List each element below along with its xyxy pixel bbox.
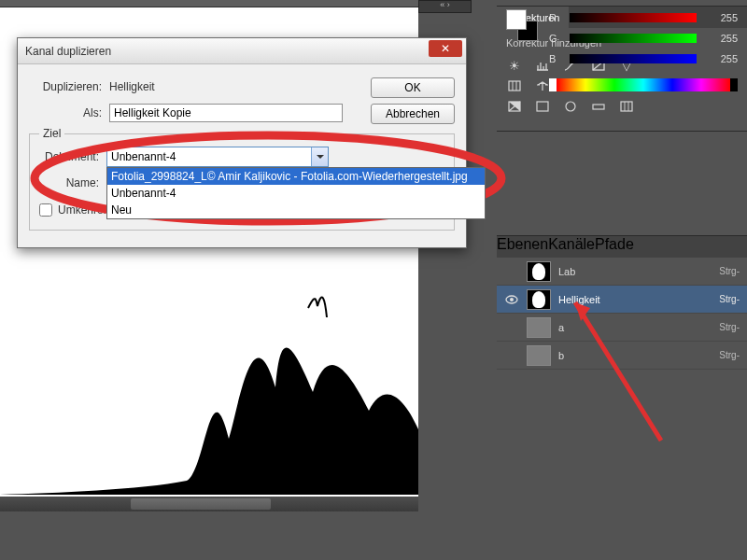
document-label: Dokument: (39, 150, 106, 163)
channel-name: a (558, 322, 712, 333)
channel-name: b (558, 350, 712, 361)
hue-strip[interactable] (549, 78, 738, 91)
visibility-icon[interactable] (504, 348, 519, 363)
threshold-icon[interactable] (562, 99, 579, 114)
r-slider[interactable] (570, 13, 697, 22)
tab-ebenen[interactable]: Ebenen (497, 236, 548, 258)
svg-rect-12 (537, 102, 548, 111)
dialog-title-text: Kanal duplizieren (25, 45, 111, 58)
ok-button[interactable]: OK (371, 77, 455, 98)
visibility-icon[interactable] (504, 292, 519, 307)
r-value[interactable]: 255 (706, 12, 738, 23)
channel-thumb (527, 261, 551, 282)
channel-shortcut: Strg- (719, 266, 740, 276)
invert-icon[interactable] (506, 99, 523, 114)
dropdown-option[interactable]: Unbenannt-4 (107, 185, 485, 202)
b-label: B (549, 53, 560, 64)
collapsed-panel-tab[interactable]: « › (418, 0, 472, 13)
channel-row-a[interactable]: a Strg- (497, 314, 747, 342)
r-label: R (549, 12, 560, 23)
channel-shortcut: Strg- (719, 350, 740, 360)
fg-bg-swatch[interactable] (506, 9, 538, 41)
svg-rect-14 (593, 105, 604, 109)
b-value[interactable]: 255 (706, 53, 738, 64)
duplicate-channel-dialog: Kanal duplizieren ✕ Duplizieren: Helligk… (17, 37, 467, 248)
duplicate-label: Duplizieren: (29, 80, 109, 93)
channel-name: Lab (558, 266, 712, 277)
cancel-button[interactable]: Abbrechen (371, 104, 455, 124)
g-value[interactable]: 255 (706, 33, 738, 44)
visibility-icon[interactable] (504, 320, 519, 335)
svg-rect-15 (621, 102, 632, 111)
invert-label: Umkehren (58, 203, 109, 217)
channel-thumb (527, 345, 551, 366)
ruler-strip (0, 0, 418, 7)
horizontal-scrollbar[interactable] (0, 497, 418, 511)
dialog-titlebar[interactable]: Kanal duplizieren ✕ (18, 38, 466, 64)
channel-row-b[interactable]: b Strg- (497, 342, 747, 370)
svg-point-13 (566, 102, 575, 111)
b-slider[interactable] (570, 54, 697, 63)
tab-kanaele[interactable]: Kanäle (548, 236, 595, 258)
canvas-footer (0, 511, 418, 560)
posterize-icon[interactable] (534, 99, 551, 114)
canvas-content (0, 252, 418, 495)
fieldset-legend: Ziel (39, 127, 64, 140)
color-panel: R 255 G 255 B 255 (497, 0, 747, 97)
as-label: Als: (29, 106, 109, 119)
g-slider[interactable] (570, 34, 697, 43)
target-fieldset: Ziel Dokument: Fotolia_2998824_L© Amir K… (29, 133, 455, 231)
as-input[interactable] (109, 104, 343, 122)
g-label: G (549, 33, 560, 44)
channels-tabbar: Ebenen Kanäle Pfade (497, 235, 747, 258)
channel-shortcut: Strg- (719, 322, 740, 332)
channels-list: Lab Strg- Helligkeit Strg- a Strg- b Str… (497, 258, 747, 370)
right-panels: R 255 G 255 B 255 Korrekturen Stile Korr… (497, 0, 747, 560)
close-button[interactable]: ✕ (429, 40, 462, 57)
channel-row-lab[interactable]: Lab Strg- (497, 258, 747, 286)
channel-thumb (527, 289, 551, 310)
name-label: Name: (39, 176, 106, 189)
document-combobox[interactable]: Fotolia_2998824_L© Amir Kaljikovic - Fot… (106, 147, 329, 167)
fg-color-swatch[interactable] (506, 9, 527, 30)
tab-pfade[interactable]: Pfade (595, 236, 634, 258)
visibility-icon[interactable] (504, 264, 519, 279)
channel-shortcut: Strg- (719, 294, 740, 304)
channel-name: Helligkeit (558, 294, 712, 305)
svg-point-17 (510, 298, 514, 301)
document-dropdown: Fotolia_2998824_L© Amir Kaljikovic - Fot… (106, 167, 486, 219)
channel-row-helligkeit[interactable]: Helligkeit Strg- (497, 286, 747, 314)
invert-checkbox[interactable] (39, 203, 52, 217)
selective-icon[interactable] (618, 99, 635, 114)
dropdown-option[interactable]: Fotolia_2998824_L© Amir Kaljikovic - Fot… (107, 168, 485, 185)
channel-thumb (527, 317, 551, 338)
dropdown-arrow-icon[interactable] (311, 147, 328, 166)
dropdown-option[interactable]: Neu (107, 202, 485, 218)
gradientmap-icon[interactable] (590, 99, 607, 114)
scrollbar-thumb[interactable] (131, 498, 271, 510)
document-combo-input[interactable] (106, 147, 329, 167)
